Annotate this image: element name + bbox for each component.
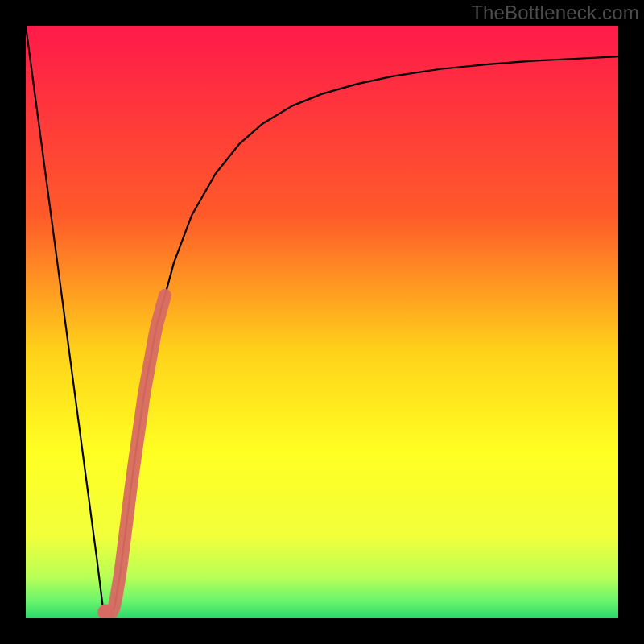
chart-frame: TheBottleneck.com	[0, 0, 644, 644]
svg-rect-0	[26, 26, 618, 618]
chart-svg	[26, 26, 618, 618]
watermark-text: TheBottleneck.com	[471, 2, 639, 24]
plot-area	[26, 26, 618, 618]
